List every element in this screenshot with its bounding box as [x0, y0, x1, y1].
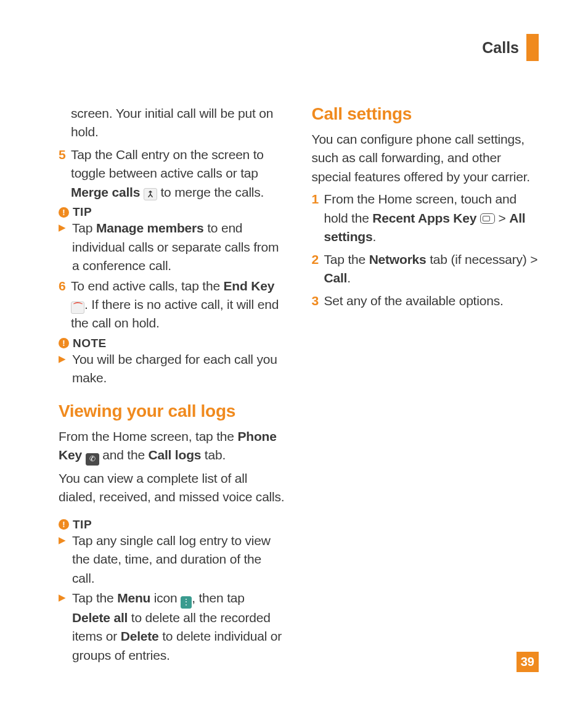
page-number: 39 — [517, 652, 539, 672]
step-text: to merge the calls. — [157, 185, 264, 199]
step-text: . If there is no active call, it will en… — [71, 297, 279, 330]
left-column: screen. Your initial call will be put on… — [59, 104, 286, 666]
step-1: 1 From the Home screen, touch and hold t… — [312, 190, 539, 246]
bullet-icon: ▶ — [59, 219, 72, 275]
menu-label: Menu — [117, 591, 150, 605]
page-header: Calls — [59, 34, 539, 61]
step-number: 3 — [312, 292, 324, 310]
section-viewing-logs: Viewing your call logs — [59, 401, 286, 421]
step-2: 2 Tap the Networks tab (if necessary) > … — [312, 250, 539, 288]
step-5: 5 Tap the Call entry on the screen to to… — [59, 146, 286, 202]
manage-members-label: Manage members — [96, 221, 204, 235]
step-6: 6 To end active calls, tap the End Key ⌒… — [59, 277, 286, 333]
section-call-settings: Call settings — [312, 104, 539, 124]
phone-key-icon: ✆ — [86, 453, 99, 466]
step-number: 6 — [59, 277, 71, 333]
step-text: . — [372, 229, 376, 244]
menu-icon: ⋮ — [181, 596, 192, 609]
header-accent-bar — [526, 34, 539, 61]
delete-all-label: Delete all — [72, 610, 128, 625]
note-heading: ! NOTE — [59, 337, 286, 350]
note-text: You will be charged for each call you ma… — [72, 350, 286, 388]
bullet-icon: ▶ — [59, 532, 72, 588]
note-bullet: ▶ You will be charged for each call you … — [59, 350, 286, 388]
step-text: > — [495, 211, 509, 225]
tip-text: Tap the — [72, 591, 117, 605]
tip-label: TIP — [73, 205, 92, 219]
bullet-icon: ▶ — [59, 589, 72, 665]
body-text: You can view a complete list of all dial… — [59, 469, 286, 507]
step-text: To end active calls, tap the — [71, 279, 224, 293]
step-text: . — [347, 271, 351, 285]
recent-apps-key-label: Recent Apps Key — [372, 211, 476, 225]
tip-text: Tap — [72, 221, 96, 235]
step-3: 3 Set any of the available options. — [312, 292, 539, 310]
tip-bullet: ▶ Tap Manage members to end individual c… — [59, 219, 286, 275]
continuation-text: screen. Your initial call will be put on… — [59, 104, 286, 142]
call-logs-label: Call logs — [149, 448, 202, 462]
note-label: NOTE — [73, 337, 107, 350]
step-text: Set any of the available options. — [324, 292, 504, 310]
step-number: 5 — [59, 146, 71, 202]
tip-heading: ! TIP — [59, 205, 286, 219]
tip-heading: ! TIP — [59, 518, 286, 532]
right-column: Call settings You can configure phone ca… — [312, 104, 539, 666]
alert-icon: ! — [59, 207, 69, 218]
call-label: Call — [324, 271, 348, 285]
step-text: tab (if necessary) > — [427, 252, 538, 266]
recent-apps-key-icon — [480, 213, 495, 224]
tip-bullet: ▶ Tap any single call log entry to view … — [59, 532, 286, 588]
step-number: 2 — [312, 250, 324, 288]
tip-text: icon — [150, 591, 181, 605]
header-title: Calls — [482, 39, 519, 57]
end-key-icon: ⌒ — [71, 302, 84, 314]
networks-label: Networks — [369, 252, 427, 266]
tip-text: , then tap — [192, 591, 245, 605]
body-text: From the Home screen, tap the — [59, 429, 237, 443]
tip-label: TIP — [73, 518, 92, 532]
delete-label: Delete — [121, 629, 159, 643]
body-text: tab. — [201, 448, 226, 462]
tip-text: Tap any single call log entry to view th… — [72, 532, 286, 588]
bullet-icon: ▶ — [59, 350, 72, 388]
tip-bullet: ▶ Tap the Menu icon ⋮, then tap Delete a… — [59, 589, 286, 665]
body-text: and the — [99, 448, 149, 462]
merge-calls-icon — [144, 188, 157, 200]
alert-icon: ! — [59, 519, 69, 530]
step-text: Tap the Call entry on the screen to togg… — [71, 147, 264, 180]
end-key-label: End Key — [224, 279, 275, 293]
alert-icon: ! — [59, 338, 69, 348]
merge-calls-label: Merge calls — [71, 185, 140, 199]
step-number: 1 — [312, 190, 324, 246]
step-text: Tap the — [324, 252, 369, 266]
body-text: You can configure phone call settings, s… — [312, 130, 539, 186]
